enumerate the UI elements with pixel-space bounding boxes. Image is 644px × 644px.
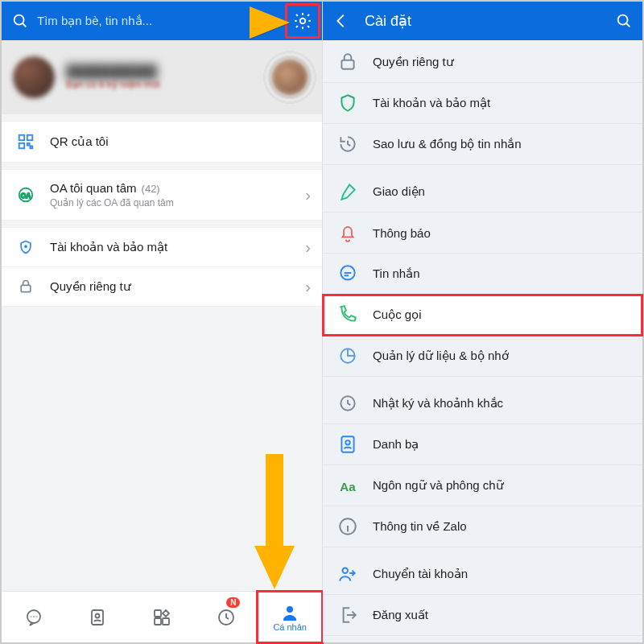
settings-row-clock[interactable]: Nhật ký và khoảnh khắc [323, 383, 642, 424]
profile-card[interactable]: ██████████ Bạn có 8 kỷ niệm mới [2, 40, 322, 114]
svg-point-10 [25, 246, 27, 247]
svg-rect-25 [341, 60, 353, 69]
secondary-avatar [272, 60, 308, 95]
oa-count: (42) [142, 183, 160, 195]
svg-rect-20 [155, 618, 161, 625]
svg-rect-19 [163, 618, 169, 625]
notification-badge: N [226, 597, 240, 608]
settings-row-label: Cuộc gọi [373, 308, 422, 322]
back-icon[interactable] [332, 12, 350, 30]
phone-icon [337, 304, 358, 325]
svg-point-0 [14, 15, 24, 25]
settings-row-label: Tài khoản và bảo mật [373, 96, 490, 110]
svg-rect-11 [21, 285, 31, 291]
settings-row-contact[interactable]: Danh bạ [323, 424, 642, 465]
memory-status: Bạn có 8 kỷ niệm mới [66, 79, 160, 90]
search-icon[interactable] [615, 12, 633, 30]
tab-messages[interactable] [2, 592, 66, 642]
page-title: Cài đặt [365, 12, 615, 30]
settings-row-label: Chuyển tài khoản [373, 567, 468, 581]
settings-row-lock[interactable]: Quyền riêng tư [323, 42, 642, 83]
search-input[interactable]: Tìm bạn bè, tin nhắ... [37, 14, 312, 28]
row-label: QR của tôi [50, 134, 109, 149]
row-label: OA tôi quan tâm [50, 181, 137, 195]
tab-timeline[interactable]: N [194, 592, 258, 642]
qr-icon [14, 133, 37, 151]
tab-label: Cá nhân [273, 622, 307, 632]
oa-icon: OA [14, 186, 37, 204]
settings-row-label: Thông tin về Zalo [373, 519, 467, 534]
shield-icon [14, 239, 37, 255]
contact-icon [337, 434, 358, 455]
settings-row-label: Ngôn ngữ và phông chữ [373, 478, 504, 493]
header-left: Tìm bạn bè, tin nhắ... [2, 2, 322, 40]
settings-row-label: Sao lưu & đồng bộ tin nhắn [373, 137, 522, 151]
settings-row-pie[interactable]: Quản lý dữ liệu & bộ nhớ [323, 336, 642, 377]
settings-button[interactable] [285, 3, 320, 39]
svg-rect-5 [19, 143, 24, 148]
settings-row-bell[interactable]: Thông báo [323, 213, 642, 254]
settings-row-label: Danh bạ [373, 437, 419, 452]
chevron-right-icon: › [305, 278, 311, 296]
settings-row-phone[interactable]: Cuộc gọi [323, 295, 642, 336]
row-label: Tài khoản và bảo mật [50, 240, 167, 254]
settings-row-shield[interactable]: Tài khoản và bảo mật [323, 83, 642, 124]
profile-screen: Tìm bạn bè, tin nhắ... ██████████ Bạn có… [2, 2, 323, 642]
svg-rect-6 [27, 143, 30, 146]
settings-row-label: Quản lý dữ liệu & bộ nhớ [373, 349, 509, 363]
tab-discovery[interactable] [130, 592, 194, 642]
svg-rect-7 [31, 147, 33, 149]
profile-name: ██████████ [66, 64, 160, 79]
settings-row-msg[interactable]: Tin nhắn [323, 254, 642, 295]
info-icon [337, 516, 358, 537]
svg-text:Aa: Aa [340, 480, 356, 493]
settings-row-switch[interactable]: Chuyển tài khoản [323, 554, 642, 595]
settings-row-label: Giao diện [373, 184, 425, 199]
svg-point-33 [343, 568, 349, 573]
lock-icon [337, 52, 358, 72]
svg-line-1 [23, 23, 26, 27]
account-security-row[interactable]: Tài khoản và bảo mật › [2, 228, 322, 266]
svg-point-23 [618, 15, 628, 25]
tab-personal[interactable]: Cá nhân [258, 592, 322, 642]
oa-row[interactable]: OA OA tôi quan tâm(42) Quản lý các OA đã… [2, 170, 322, 220]
svg-point-2 [300, 19, 306, 24]
bell-icon [337, 222, 358, 243]
brush-icon [337, 181, 358, 202]
shield-icon [337, 93, 358, 114]
logout-icon [337, 605, 358, 625]
settings-list: Quyền riêng tưTài khoản và bảo mậtSao lư… [323, 40, 642, 636]
bottom-nav: N Cá nhân [2, 591, 322, 642]
chevron-right-icon: › [305, 186, 311, 204]
settings-row-label: Đăng xuất [373, 608, 428, 622]
settings-row-logout[interactable]: Đăng xuất [323, 595, 642, 636]
msg-icon [337, 263, 358, 284]
settings-row-label: Nhật ký và khoảnh khắc [373, 396, 503, 411]
svg-point-30 [345, 440, 349, 444]
row-label: Quyền riêng tư [50, 279, 131, 294]
svg-point-22 [287, 606, 293, 613]
settings-row-label: Thông báo [373, 226, 431, 240]
my-qr-row[interactable]: QR của tôi [2, 122, 322, 162]
aa-icon: Aa [337, 475, 358, 496]
search-icon[interactable] [11, 12, 29, 30]
svg-rect-3 [19, 135, 24, 140]
svg-point-17 [96, 613, 100, 617]
settings-row-history[interactable]: Sao lưu & đồng bộ tin nhắn [323, 124, 642, 165]
history-icon [337, 134, 358, 155]
settings-row-info[interactable]: Thông tin về Zalo [323, 506, 642, 547]
privacy-row[interactable]: Quyền riêng tư › [2, 266, 322, 306]
clock-icon [337, 393, 358, 414]
row-subtitle: Quản lý các OA đã quan tâm [50, 197, 174, 208]
settings-row-brush[interactable]: Giao diện [323, 171, 642, 213]
svg-rect-18 [155, 610, 161, 617]
settings-row-label: Quyền riêng tư [373, 55, 454, 69]
lock-icon [14, 279, 37, 295]
switch-icon [337, 564, 358, 584]
avatar [13, 56, 55, 98]
settings-row-aa[interactable]: AaNgôn ngữ và phông chữ [323, 465, 642, 506]
pie-icon [337, 345, 358, 366]
svg-text:OA: OA [21, 192, 31, 200]
tab-contacts[interactable] [66, 592, 130, 642]
chevron-right-icon: › [305, 238, 311, 257]
